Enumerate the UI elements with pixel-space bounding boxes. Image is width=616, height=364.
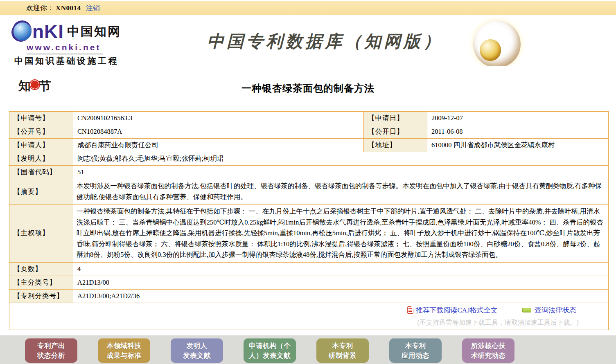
nav-application-trends[interactable]: 本专利 应用动态 (389, 338, 442, 363)
field-value: 一种银杏绿茶面包的制备方法,其特征在于包括如下步骤： 一、在九月份上午十点之后采… (73, 204, 609, 263)
patent-title: 一种银杏绿茶面包的制备方法 (0, 66, 616, 95)
field-value: 4 (73, 262, 609, 276)
field-value: A21D13/00 (73, 276, 609, 289)
caj-file-icon (407, 306, 413, 314)
welcome-label: 欢迎你： (26, 4, 54, 12)
nav-applicant-publications[interactable]: 申请机构（个 人）发表文献 (244, 338, 296, 363)
caj-download-link[interactable]: 推荐下载阅读CAJ格式全文 (416, 306, 498, 314)
table-row-pages: 【页数】 4 (9, 262, 609, 276)
nav-btn-line: 本领域科技 (107, 341, 142, 351)
field-value: 本发明涉及一种银杏绿茶面包的制备方法,包括银杏叶的处理、银杏绿茶的制备、银杏绿茶… (73, 179, 609, 204)
patent-title-row: 知节 一种银杏绿茶面包的制备方法 (0, 66, 616, 111)
actions-cell: 推荐下载阅读CAJ格式全文 查询法律状态 (不支持迅雷等加速下载工具，请取消加速… (9, 303, 609, 330)
table-row-publication-number: 【公开号】 CN102084887A 【公开日】 2011-06-08 (9, 125, 609, 139)
field-label: 【地址】 (364, 139, 427, 152)
globe-icon (14, 22, 32, 40)
field-value: CN102084887A (73, 125, 364, 139)
topbar: 欢迎你：XN0014 注销 (0, 1, 616, 15)
field-label: 【申请号】 (9, 112, 73, 125)
legal-status-link[interactable]: 查询法律状态 (535, 306, 576, 314)
nav-btn-line: 专利产出 (37, 341, 65, 351)
field-value: 2011-06-08 (427, 125, 609, 139)
nav-core-tech-research[interactable]: 所涉核心技 术研究动态 (462, 338, 514, 363)
cnki-logo-row: nKI 中国知网 (14, 20, 163, 43)
table-row-actions: 推荐下载阅读CAJ格式全文 查询法律状态 (不支持迅雷等加速下载工具，请取消加速… (9, 303, 609, 330)
field-value: 成都百康药业有限责任公司 (73, 139, 364, 152)
field-label: 【公开日】 (364, 125, 427, 139)
bottom-nav: 专利产出 状态分析 本领域科技 成果与标准 发明人 发表文献 申请机构（个 人）… (0, 335, 616, 364)
nav-btn-line: 发表文献 (183, 351, 211, 360)
field-label: 【主分类号】 (9, 276, 73, 289)
field-value: CN200910216563.3 (73, 112, 364, 125)
patent-info-table: 【申请号】 CN200910216563.3 【申请日】 2009-12-07 … (9, 111, 609, 330)
database-title: 中国专利数据库（知网版） (207, 30, 443, 53)
cnki-subtitle: 中国知识基础设施工程 (14, 55, 163, 67)
banner-title-area: 中国专利数据库（知网版） (163, 16, 616, 66)
field-value: 2009-12-07 (427, 112, 609, 125)
field-label: 【摘要】 (9, 179, 73, 204)
nav-btn-line: 本专利 (332, 341, 353, 351)
nav-development-background[interactable]: 本专利 研制背景 (316, 338, 369, 363)
field-label: 【申请人】 (9, 139, 73, 152)
nav-field-achievements-standards[interactable]: 本领域科技 成果与标准 (98, 338, 150, 363)
action-links: 推荐下载阅读CAJ格式全文 查询法律状态 (9, 306, 608, 317)
table-row-applicant: 【申请人】 成都百康药业有限责任公司 【地址】 610000 四川省成都市武侯区… (9, 139, 609, 152)
table-row-province-code: 【国省代码】 51 (9, 166, 609, 179)
field-label: 【专利分类号】 (9, 289, 73, 303)
cnki-latin-text: nKI (32, 22, 64, 40)
nav-btn-line: 术研究动态 (471, 351, 506, 360)
download-note: (不支持迅雷等加速下载工具，请取消加速工具后下载。) (9, 319, 608, 327)
cnki-url: www.cnki.net (27, 43, 103, 54)
table-row-application-number: 【申请号】 CN200910216563.3 【申请日】 2009-12-07 (9, 112, 609, 125)
caj-download-group: 推荐下载阅读CAJ格式全文 (407, 306, 499, 314)
field-value: A21D13/00;A21D2/36 (73, 289, 609, 303)
logout-link[interactable]: 注销 (86, 4, 100, 12)
golden-globe-graphic (473, 20, 521, 66)
header-banner: nKI 中国知网 www.cnki.net 中国知识基础设施工程 中国专利数据库… (0, 16, 616, 66)
nav-inventor-publications[interactable]: 发明人 发表文献 (171, 338, 223, 363)
field-value: 闵志强;黄薇;邬春久;毛旭华;马宣毅;张怀莉;柯玥珺 (73, 152, 609, 166)
cnki-logo[interactable]: nKI 中国知网 www.cnki.net 中国知识基础设施工程 (0, 16, 163, 66)
zhiwangjie-left-char: 知 (18, 78, 31, 94)
nav-btn-line: 应用动态 (402, 351, 429, 360)
nav-btn-line: 研制背景 (329, 351, 357, 360)
field-label: 【公开号】 (9, 125, 73, 139)
nav-btn-line: 人）发表文献 (249, 351, 291, 360)
field-value: 51 (73, 166, 609, 179)
zhiwangjie-logo: 知节 (18, 78, 51, 94)
cnki-chinese-text: 中国知网 (67, 23, 121, 40)
field-label: 【主权项】 (9, 204, 73, 263)
table-row-inventors: 【发明人】 闵志强;黄薇;邬春久;毛旭华;马宣毅;张怀莉;柯玥珺 (9, 152, 609, 166)
username: XN0014 (56, 4, 81, 12)
zhiwangjie-right-char: 节 (39, 78, 51, 94)
table-row-main-classification: 【主分类号】 A21D13/00 (9, 276, 609, 289)
table-row-patent-classification: 【专利分类号】 A21D13/00;A21D2/36 (9, 289, 609, 303)
nav-btn-line: 成果与标准 (107, 351, 142, 360)
field-label: 【页数】 (9, 262, 73, 276)
table-row-main-claim: 【主权项】 一种银杏绿茶面包的制备方法,其特征在于包括如下步骤： 一、在九月份上… (9, 204, 609, 263)
field-label: 【发明人】 (9, 152, 73, 166)
nav-btn-line: 发明人 (187, 341, 208, 351)
field-value: 610000 四川省成都市武侯区金花镇永康村 (427, 139, 609, 152)
nav-btn-line: 申请机构（个 (249, 341, 291, 351)
field-label: 【国省代码】 (9, 166, 73, 179)
legal-status-group: 查询法律状态 (522, 306, 576, 314)
nav-patent-output-analysis[interactable]: 专利产出 状态分析 (25, 338, 77, 363)
nav-btn-line: 状态分析 (37, 351, 65, 360)
nav-btn-line: 本专利 (405, 341, 426, 351)
table-row-abstract: 【摘要】 本发明涉及一种银杏绿茶面包的制备方法,包括银杏叶的处理、银杏绿茶的制备… (9, 179, 609, 204)
legal-status-icon (522, 308, 531, 312)
field-label: 【申请日】 (364, 112, 427, 125)
nav-btn-line: 所涉核心技 (471, 341, 506, 351)
